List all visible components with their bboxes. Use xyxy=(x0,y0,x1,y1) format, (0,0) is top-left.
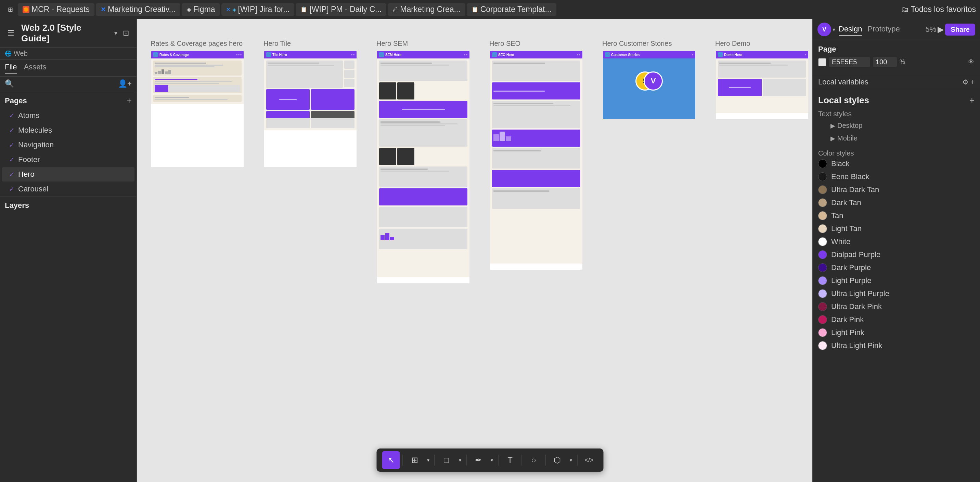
pages-list: ✓ Atoms ✓ Molecules ✓ Navigation ✓ Foote… xyxy=(0,108,137,197)
toolbar-divider-2 xyxy=(434,455,435,466)
local-styles-add[interactable]: + xyxy=(969,95,975,106)
tool-text[interactable]: T xyxy=(501,451,519,469)
frame-group-rates: Rates & Coverage pages hero Rates & Cove… xyxy=(151,40,243,168)
page-color-field[interactable] xyxy=(829,57,870,67)
add-page-button[interactable]: + xyxy=(127,95,132,106)
tab-marketing-crea[interactable]: 🖊 Marketing Crea... xyxy=(388,3,465,16)
file-tab-assets[interactable]: Assets xyxy=(24,63,46,73)
tool-code[interactable]: </> xyxy=(580,451,598,469)
text-style-mobile[interactable]: ▶ Mobile xyxy=(830,133,969,143)
color-style-ultra-dark-pink[interactable]: Ultra Dark Pink xyxy=(813,300,980,313)
frame-header-seo: SEO Hero xyxy=(490,51,582,59)
color-style-light-purple[interactable]: Light Purple xyxy=(813,274,980,287)
tool-shape[interactable]: □ xyxy=(438,451,455,469)
tool-components[interactable]: ⬡ xyxy=(549,451,566,469)
frame-group-customer: Hero Customer Stories S V Customer Stori… xyxy=(602,40,695,120)
color-style-ultra-light-pink[interactable]: Ultra Light Pink xyxy=(813,339,980,352)
color-style-white[interactable]: White xyxy=(813,235,980,248)
tool-pen-chevron[interactable]: ▾ xyxy=(488,451,495,469)
tab-prototype[interactable]: Prototype xyxy=(867,23,900,36)
color-style-light-pink[interactable]: Light Pink xyxy=(813,326,980,339)
tool-frame-chevron[interactable]: ▾ xyxy=(425,451,432,469)
search-button[interactable]: 🔍 xyxy=(5,79,14,88)
color-style-black[interactable]: Black xyxy=(813,157,980,170)
tab-pm-daily[interactable]: 📋 [WIP] PM - Daily C... xyxy=(296,3,386,16)
color-name-dialpad-purple: Dialpad Purple xyxy=(831,250,880,259)
desktop-chevron: ▶ xyxy=(830,122,835,130)
frame-wrapper-tile[interactable]: Tile Hero xyxy=(264,50,356,168)
favorites-tab[interactable]: 🗂 Todos los favoritos xyxy=(901,5,976,14)
color-style-dark-purple[interactable]: Dark Purple xyxy=(813,261,980,274)
text-style-desktop[interactable]: ▶ Desktop xyxy=(830,121,969,131)
frame-thumb-rates: Rates & Coverage xyxy=(151,51,243,167)
top-bar: ⊞ 🟠 MCR - Requests ✕ Marketing Creativ..… xyxy=(0,0,980,19)
frame-group-sem: Hero SEM SEM Hero xyxy=(376,40,469,284)
menu-button[interactable]: ☰ xyxy=(5,27,17,39)
file-tab-file[interactable]: File xyxy=(5,63,17,73)
canvas-area[interactable]: Rates & Coverage pages hero Rates & Cove… xyxy=(137,19,812,482)
page-label-atoms: Atoms xyxy=(18,111,39,120)
color-name-ultra-light-purple: Ultra Light Purple xyxy=(831,289,889,298)
color-name-dark-pink: Dark Pink xyxy=(831,315,864,324)
page-check-navigation: ✓ xyxy=(9,141,15,149)
color-style-dark-pink[interactable]: Dark Pink xyxy=(813,313,980,326)
right-panel-top: V ▾ Design Prototype 5% ▶ Share xyxy=(813,19,980,40)
local-variables-settings[interactable]: ⚙ xyxy=(962,78,968,86)
tool-pen[interactable]: ✒ xyxy=(469,451,487,469)
swatch-black xyxy=(818,159,827,168)
swatch-ultra-light-pink xyxy=(818,341,827,350)
local-variables-actions: ⚙ + xyxy=(962,78,975,86)
tab-mcr[interactable]: 🟠 MCR - Requests xyxy=(18,3,94,16)
tab-jira[interactable]: ✕◈ [WIP] Jira for... xyxy=(221,3,294,16)
tool-frame[interactable]: ⊞ xyxy=(406,451,424,469)
color-name-tan: Tan xyxy=(831,211,843,220)
tab-figma[interactable]: ◈ Figma xyxy=(182,3,220,16)
page-label-molecules: Molecules xyxy=(18,126,52,135)
grid-icon[interactable]: ⊞ xyxy=(4,3,16,16)
visibility-toggle[interactable]: 👁 xyxy=(968,58,975,66)
page-item-molecules[interactable]: ✓ Molecules xyxy=(2,123,134,138)
file-title-chevron[interactable]: ▾ xyxy=(114,29,118,37)
color-style-light-tan[interactable]: Light Tan xyxy=(813,222,980,235)
page-section: Page % 👁 xyxy=(813,40,980,74)
color-style-eerie-black[interactable]: Eerie Black xyxy=(813,170,980,183)
layout-toggle-button[interactable]: ⊡ xyxy=(120,27,132,39)
page-check-molecules: ✓ xyxy=(9,126,15,134)
page-item-carousel[interactable]: ✓ Carousel xyxy=(2,182,134,196)
page-item-hero[interactable]: ✓ Hero xyxy=(2,167,134,182)
tab-design[interactable]: Design xyxy=(839,23,862,36)
frame-body-rates xyxy=(151,59,243,104)
swatch-tan xyxy=(818,211,827,220)
frame-wrapper-customer[interactable]: S V Customer Stories xyxy=(602,50,695,120)
color-style-ultra-dark-tan[interactable]: Ultra Dark Tan xyxy=(813,183,980,196)
swatch-dark-purple xyxy=(818,263,827,272)
frame-wrapper-demo[interactable]: Demo Hero xyxy=(715,50,808,120)
share-button[interactable]: Share xyxy=(945,24,975,36)
color-name-white: White xyxy=(831,237,850,246)
page-item-navigation[interactable]: ✓ Navigation xyxy=(2,138,134,152)
tab-marketing-creative[interactable]: ✕ Marketing Creativ... xyxy=(96,3,180,16)
tab-corporate[interactable]: 📋 Corporate Templat... xyxy=(467,3,556,16)
color-style-ultra-light-purple[interactable]: Ultra Light Purple xyxy=(813,287,980,300)
color-style-tan[interactable]: Tan xyxy=(813,209,980,222)
page-item-footer[interactable]: ✓ Footer xyxy=(2,152,134,167)
page-color-swatch[interactable] xyxy=(818,58,826,66)
avatar-chevron[interactable]: ▾ xyxy=(832,26,835,33)
color-name-dark-purple: Dark Purple xyxy=(831,263,871,272)
tool-shape-chevron[interactable]: ▾ xyxy=(457,451,464,469)
local-variables-add[interactable]: + xyxy=(970,78,975,86)
layers-label: Layers xyxy=(5,201,29,209)
frame-wrapper-rates[interactable]: Rates & Coverage xyxy=(151,50,243,168)
invite-button[interactable]: 👤+ xyxy=(118,79,132,88)
play-button[interactable]: ▶ xyxy=(937,25,944,34)
color-style-dialpad-purple[interactable]: Dialpad Purple xyxy=(813,248,980,261)
frame-header-tile: Tile Hero xyxy=(264,51,356,59)
tool-components-chevron[interactable]: ▾ xyxy=(568,451,574,469)
tool-ellipse[interactable]: ○ xyxy=(525,451,543,469)
frame-wrapper-sem[interactable]: SEM Hero xyxy=(376,50,469,284)
page-opacity-field[interactable] xyxy=(873,57,897,67)
tool-select[interactable]: ↖ xyxy=(382,451,400,469)
color-style-dark-tan[interactable]: Dark Tan xyxy=(813,196,980,209)
frame-wrapper-seo[interactable]: SEO Hero xyxy=(489,50,582,270)
page-item-atoms[interactable]: ✓ Atoms xyxy=(2,108,134,123)
